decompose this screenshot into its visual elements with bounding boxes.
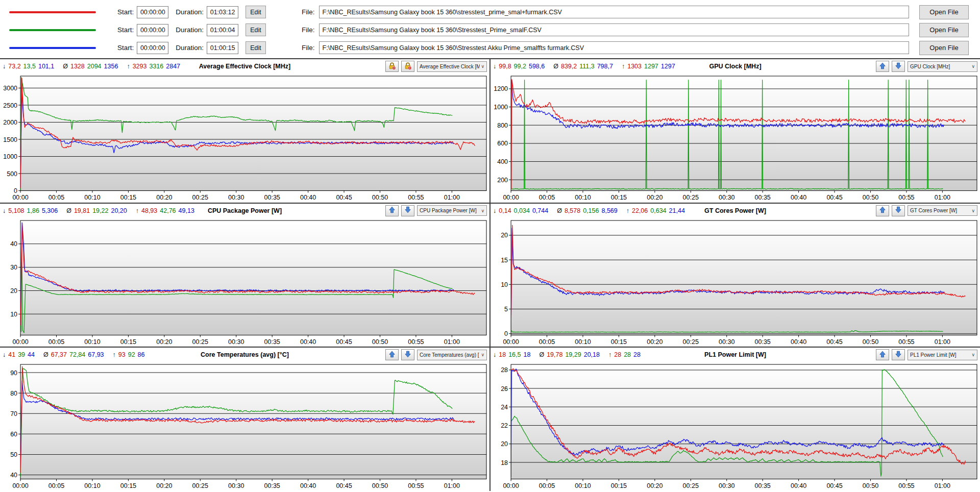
svg-text:00:55: 00:55 [408,194,424,201]
metric-dropdown-value: Average Effective Clock [M [420,64,480,69]
start-time-input[interactable] [137,6,168,18]
svg-text:00:25: 00:25 [683,482,699,489]
arrow-down-icon [895,206,902,215]
stat-avg-blue: 1356 [104,63,118,70]
svg-text:00:30: 00:30 [228,338,244,345]
svg-text:00:40: 00:40 [300,482,316,489]
chart-panel: ↓ 5,108 1,86 5,306 Ø 19,81 19,22 20,20 ↑… [0,204,489,347]
duration-input[interactable] [207,6,238,18]
chart-header: ↓ 99,8 99,2 598,6 Ø 839,2 111,3 798,7 ↑ … [491,59,980,73]
duration-input[interactable] [207,42,238,54]
stat-max-blue: 21,44 [669,207,685,214]
svg-text:00:00: 00:00 [503,338,519,345]
stat-avg-red: 1328 [70,63,85,70]
move-up-button[interactable] [876,205,889,216]
min-arrow-icon: ↓ [493,207,496,214]
svg-text:00:15: 00:15 [120,482,136,489]
svg-text:00:10: 00:10 [84,338,100,345]
svg-text:0: 0 [504,330,508,337]
svg-text:00:15: 00:15 [611,194,627,201]
move-down-button[interactable] [892,61,905,72]
file-row: Start: Duration: Edit File: Open File [0,39,980,57]
stat-min-blue: 101,1 [38,63,54,70]
metric-dropdown-value: GPU Clock [MHz] [910,64,970,69]
file-path-input[interactable] [319,6,909,18]
chart-plot[interactable]: 40506070809000:0000:0500:1000:1500:2000:… [0,362,489,491]
svg-text:00:00: 00:00 [503,482,519,489]
chart-plot[interactable]: 18202224262800:0000:0500:1000:1500:2000:… [491,362,980,491]
chart-stats: ↓ 0,14 0,034 0,744 Ø 8,578 0,156 8,569 ↑… [493,207,688,214]
svg-text:15: 15 [501,256,508,263]
open-file-button[interactable]: Open File [919,23,969,37]
chart-header: ↓ 73,2 13,5 101,1 Ø 1328 2094 1356 ↑ 329… [0,59,489,73]
max-arrow-icon: ↑ [136,207,139,214]
move-up-button[interactable] [876,61,889,72]
lock-button[interactable] [385,61,399,72]
move-up-button[interactable] [385,349,399,360]
svg-text:00:45: 00:45 [336,482,352,489]
chevron-down-icon: ∨ [481,64,484,69]
move-down-button[interactable] [892,349,905,360]
chart-controls: GPU Clock [MHz] ∨ [876,61,977,72]
min-arrow-icon: ↓ [493,351,496,358]
svg-text:00:25: 00:25 [683,338,699,345]
metric-dropdown[interactable]: Average Effective Clock [M ∨ [417,61,487,72]
min-arrow-icon: ↓ [3,351,6,358]
chart-plot[interactable]: 05001000150020002500300000:0000:0500:100… [0,73,489,203]
stat-avg-blue: 8,569 [601,207,617,214]
svg-text:00:35: 00:35 [264,482,280,489]
svg-text:00:35: 00:35 [755,338,771,345]
chart-plot[interactable]: 1020304000:0000:0500:1000:1500:2000:2500… [0,218,489,347]
svg-text:40: 40 [10,472,17,479]
svg-text:5: 5 [504,306,508,313]
svg-text:00:45: 00:45 [336,194,352,201]
edit-button[interactable]: Edit [246,41,266,54]
chart-header: ↓ 0,14 0,034 0,744 Ø 8,578 0,156 8,569 ↑… [491,204,980,218]
arrow-down-icon [404,206,411,215]
open-file-button[interactable]: Open File [919,41,969,55]
move-down-button[interactable] [401,205,414,216]
metric-dropdown[interactable]: Core Temperatures (avg) [ ∨ [417,350,487,360]
edit-button[interactable]: Edit [246,23,266,36]
file-path-input[interactable] [319,23,909,36]
max-arrow-icon: ↑ [626,207,629,214]
open-file-button[interactable]: Open File [919,5,969,19]
chart-plot[interactable]: 2004006008001000120000:0000:0500:1000:15… [491,73,980,203]
metric-dropdown[interactable]: GPU Clock [MHz] ∨ [908,61,977,72]
file-path-input[interactable] [319,41,909,54]
move-up-button[interactable] [876,349,889,360]
metric-dropdown[interactable]: PL1 Power Limit [W] ∨ [908,350,977,360]
metric-dropdown-value: CPU Package Power [W] [420,208,480,213]
svg-text:00:05: 00:05 [48,482,64,489]
chart-plot[interactable]: 0510152000:0000:0500:1000:1500:2000:2500… [491,218,980,347]
lock-button[interactable] [401,61,414,72]
svg-text:18: 18 [501,459,508,466]
stat-avg-red: 67,37 [51,351,67,358]
svg-text:00:55: 00:55 [408,338,424,345]
edit-button[interactable]: Edit [246,6,266,18]
stat-min-red: 41 [8,351,15,358]
svg-text:80: 80 [10,390,17,397]
start-time-input[interactable] [137,42,168,54]
start-time-input[interactable] [137,24,168,36]
svg-text:00:00: 00:00 [12,482,28,489]
move-down-button[interactable] [401,349,414,360]
stat-max-blue: 49,13 [179,207,194,214]
chart-controls: GT Cores Power [W] ∨ [876,205,977,216]
metric-dropdown-value: Core Temperatures (avg) [ [420,352,480,358]
stat-max-blue: 28 [633,351,641,358]
stat-avg-green: 2094 [87,63,102,70]
svg-text:00:55: 00:55 [898,482,914,489]
move-down-button[interactable] [892,205,905,216]
duration-input[interactable] [207,24,238,36]
svg-text:90: 90 [10,370,17,377]
stat-min-green: 16,5 [508,351,521,358]
min-arrow-icon: ↓ [3,63,6,70]
move-up-button[interactable] [385,205,399,216]
metric-dropdown[interactable]: CPU Package Power [W] ∨ [417,205,487,216]
metric-dropdown[interactable]: GT Cores Power [W] ∨ [908,205,977,216]
svg-text:20: 20 [501,441,508,448]
svg-text:20: 20 [501,232,508,239]
svg-text:00:45: 00:45 [826,338,842,345]
file-loader-bar: Start: Duration: Edit File: Open File St… [0,0,980,59]
